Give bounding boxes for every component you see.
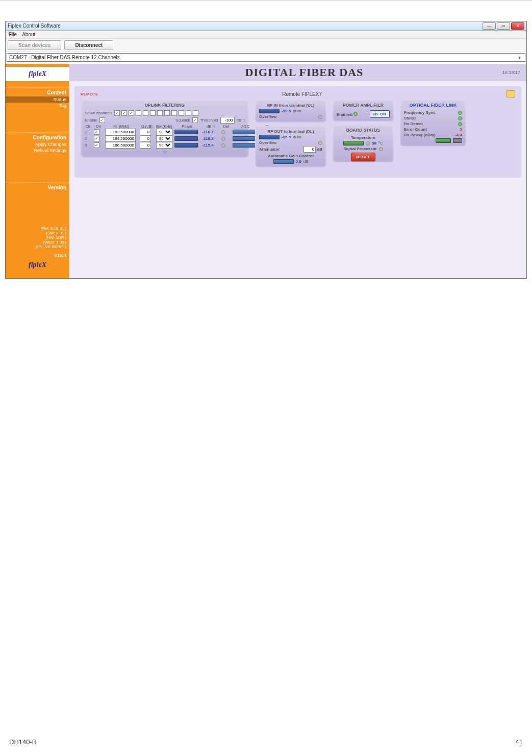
- uplink-filtering-panel: UPLINK FILTERING Show channels ✓✓✓ Enabl…: [81, 100, 249, 158]
- board-title: BOARD STATUS: [337, 128, 390, 133]
- device-selector-text: COM27 - Digital Fiber DAS Remote 12 Chan…: [9, 55, 120, 60]
- version-info: [FW: 3.10-01 ] [SW: 2.01 ] [HW: 1DR ] [W…: [6, 224, 69, 251]
- rf-in-panel: RF IN from terminal (UL) -99.5 dBm Overf…: [255, 100, 326, 123]
- rf-out-overflow-label: Overflow: [259, 140, 276, 145]
- freq-sync-label: Frequency Sync: [404, 110, 436, 115]
- rf-in-overflow-led: [318, 115, 322, 119]
- remote-tag: REMOTE: [81, 92, 98, 96]
- enable-checkbox[interactable]: ✓: [99, 117, 105, 123]
- channel-on-checkbox[interactable]: ✓: [94, 142, 99, 148]
- sidebar-item-status[interactable]: Status: [6, 96, 69, 103]
- power-bar: [174, 143, 198, 148]
- show-channel-checkbox-2[interactable]: ✓: [121, 110, 127, 116]
- table-row: 2✓90-116.30.0: [85, 135, 245, 142]
- power-bar: [174, 130, 198, 134]
- temperature-bar: [343, 141, 364, 145]
- rf-in-title: RF IN from terminal (UL): [267, 103, 314, 108]
- footer-left: DH140-R: [9, 738, 37, 746]
- page-title: DIGITAL FIBER DAS: [106, 66, 502, 79]
- det-led: [221, 130, 225, 134]
- rx-detect-label: Rx Detect: [404, 121, 423, 126]
- freq-input[interactable]: [105, 129, 136, 135]
- rx-power-value: -4.4: [455, 133, 462, 137]
- show-channel-checkbox-8[interactable]: [164, 110, 170, 116]
- bw-select[interactable]: 90: [156, 142, 172, 149]
- close-button[interactable]: ✕: [511, 22, 524, 30]
- show-channel-checkbox-6[interactable]: [150, 110, 156, 116]
- rf-out-overflow-led: [318, 141, 322, 145]
- rf-in-bar: [259, 109, 280, 113]
- sidebar-section-config: Configuration: [6, 132, 69, 141]
- freq-sync-led: [458, 111, 462, 115]
- temperature-label: Temperature: [351, 135, 375, 140]
- bw-select[interactable]: 90: [156, 135, 172, 142]
- expand-button[interactable]: [506, 90, 515, 97]
- rf-out-value: -35.5: [282, 135, 291, 139]
- error-count-value: 5: [460, 127, 462, 132]
- attenuator-input[interactable]: [303, 146, 316, 153]
- fiplex-logo-footer: fipleX: [6, 258, 69, 272]
- show-channel-checkbox-10[interactable]: [179, 110, 184, 116]
- menu-about[interactable]: About: [22, 32, 35, 37]
- optical-title: OPTICAL FIBER LINK: [404, 103, 462, 108]
- channel-on-checkbox[interactable]: ✓: [94, 129, 99, 135]
- agc-label: Automatic Gain Control: [268, 154, 314, 158]
- sidebar-item-reload[interactable]: Reload Settings: [6, 148, 69, 154]
- rf-out-bar: [259, 135, 280, 139]
- agc-value: 0.0: [296, 159, 301, 164]
- sidebar-item-apply[interactable]: Apply Changes: [6, 141, 69, 148]
- minimize-button[interactable]: —: [483, 22, 496, 30]
- optical-status-led: [458, 116, 462, 120]
- sidebar-section-content: Content: [6, 87, 69, 96]
- show-channel-checkbox-1[interactable]: ✓: [114, 110, 120, 116]
- channel-on-checkbox[interactable]: ✓: [94, 136, 99, 141]
- optical-link-panel: OPTICAL FIBER LINK Frequency Sync Status…: [400, 100, 466, 147]
- show-channel-checkbox-7[interactable]: [157, 110, 163, 116]
- rf-on-button[interactable]: RF ON: [370, 110, 390, 118]
- disconnect-button[interactable]: Disconnect: [64, 40, 113, 50]
- show-channel-checkbox-9[interactable]: [171, 110, 177, 116]
- power-value: -115.4: [202, 143, 219, 148]
- maximize-button[interactable]: ▭: [497, 22, 510, 30]
- bw-select[interactable]: 90: [156, 129, 172, 135]
- rf-in-overflow-label: Overflow: [259, 114, 276, 119]
- freq-input[interactable]: [105, 135, 136, 142]
- reset-button[interactable]: RESET: [351, 153, 376, 161]
- window-titlebar[interactable]: Fiplex Control Software — ▭ ✕: [6, 21, 526, 31]
- device-selector[interactable]: COM27 - Digital Fiber DAS Remote 12 Chan…: [7, 53, 525, 62]
- scan-devices-button[interactable]: Scan devices: [8, 40, 61, 50]
- det-led: [221, 143, 225, 148]
- power-value: -118.7: [202, 130, 219, 134]
- squelch-label: Squelch: [175, 118, 190, 123]
- app-window: Fiplex Control Software — ▭ ✕ File About…: [5, 21, 527, 279]
- sidebar-item-tag[interactable]: Tag: [6, 103, 69, 109]
- gain-input[interactable]: [140, 135, 151, 142]
- gain-input[interactable]: [140, 142, 151, 149]
- show-channel-checkbox-11[interactable]: [186, 110, 191, 116]
- sidebar: fipleX Content Status Tag Configuration …: [6, 64, 69, 278]
- power-amplifier-panel: POWER AMPLIFIER Enabled RF ON: [333, 100, 394, 121]
- rx-power-label: Rx Power (dBm): [404, 133, 436, 137]
- expand-down-icon[interactable]: [162, 151, 168, 155]
- squelch-checkbox[interactable]: ✓: [192, 117, 198, 123]
- menu-file[interactable]: File: [9, 32, 17, 37]
- enable-label: Enable: [85, 118, 97, 123]
- show-channel-checkbox-12[interactable]: [193, 110, 198, 116]
- agc-bar: [273, 159, 294, 164]
- table-row: 1✓90-118.70.0: [85, 129, 245, 135]
- pa-enabled-led: [353, 112, 358, 116]
- freq-input[interactable]: [105, 142, 136, 149]
- attenuator-label: Attenuator: [259, 147, 280, 152]
- show-channel-checkbox-3[interactable]: ✓: [129, 110, 134, 116]
- show-channel-checkbox-5[interactable]: [143, 110, 148, 116]
- board-status-panel: BOARD STATUS Temperature 38 ºC Signal Pr…: [333, 125, 394, 162]
- threshold-unit: dBm: [237, 118, 245, 123]
- show-channel-checkbox-4[interactable]: [136, 110, 141, 116]
- gain-input[interactable]: [140, 129, 151, 135]
- threshold-input[interactable]: [220, 117, 235, 124]
- rf-out-panel: RF OUT to terminal (DL) -35.5 dBm Overfl…: [255, 126, 326, 167]
- agc-bar: [233, 136, 256, 141]
- agc-bar: [233, 143, 256, 148]
- rf-in-value: -99.5: [282, 109, 291, 113]
- pa-title: POWER AMPLIFIER: [337, 103, 390, 108]
